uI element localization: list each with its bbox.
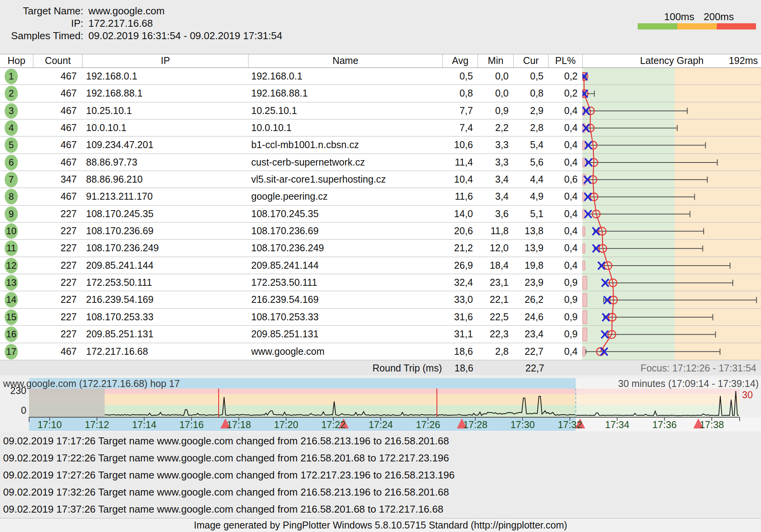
min-cell: 2,2 — [478, 119, 513, 136]
hop-number-badge: 17 — [5, 344, 18, 359]
hop-number-badge: 3 — [5, 103, 18, 119]
cur-cell: 13,8 — [513, 223, 548, 239]
time-axis-label: 17:18 — [221, 419, 256, 430]
hop-cell: 17 — [0, 343, 33, 360]
table-row-hop-7[interactable]: 734788.86.96.210vl5.sit-ar-core1.superho… — [0, 171, 761, 188]
hop-cell: 13 — [0, 274, 33, 291]
table-row-hop-2[interactable]: 2467192.168.88.1192.168.88.10,80,00,80,2 — [0, 85, 761, 102]
table-row-hop-3[interactable]: 346710.25.10.110.25.10.17,70,92,90,4 — [0, 102, 761, 119]
packet-loss-cell: 0,9 — [548, 326, 582, 342]
name-cell: 108.170.253.33 — [248, 309, 442, 325]
table-row-hop-1[interactable]: 1467192.168.0.1192.168.0.10,50,00,50,2 — [0, 68, 761, 85]
hop-cell: 7 — [0, 171, 33, 188]
table-row-hop-8[interactable]: 846791.213.211.170google.peering.cz11,63… — [0, 188, 761, 205]
table-row-hop-14[interactable]: 14227216.239.54.169216.239.54.16933,022,… — [0, 291, 761, 308]
table-row-hop-4[interactable]: 446710.0.10.110.0.10.17,42,22,80,4 — [0, 119, 761, 136]
samples-timed-value: 09.02.2019 16:31:54 - 09.02.2019 17:31:5… — [88, 29, 282, 42]
table-row-hop-13[interactable]: 13227172.253.50.111172.253.50.11132,423,… — [0, 274, 761, 291]
ip-value: 172.217.16.68 — [88, 17, 153, 29]
avg-cell: 20,6 — [442, 223, 478, 239]
table-row-hop-11[interactable]: 11227108.170.236.249108.170.236.24921,21… — [0, 240, 761, 257]
packet-loss-cell: 0,6 — [548, 171, 582, 188]
latency-scale-legend: 100ms 200ms — [620, 0, 761, 39]
table-row-hop-15[interactable]: 15227108.170.253.33108.170.253.3331,622,… — [0, 309, 761, 326]
count-cell: 467 — [33, 136, 82, 153]
column-header-ip[interactable]: IP — [82, 54, 248, 67]
column-header-hop[interactable]: Hop — [0, 54, 33, 67]
name-cell: 192.168.88.1 — [248, 85, 442, 102]
round-trip-row: Round Trip (ms) 18,6 22,7 Focus: 17:12:2… — [0, 360, 761, 376]
name-cell: b1-ccl-mb1001.n.cbsn.cz — [248, 136, 442, 153]
timeline-y-right-label: 30 — [742, 389, 753, 401]
packet-loss-cell: 0,4 — [548, 240, 582, 256]
time-axis-label: 17:20 — [269, 419, 304, 430]
column-header-cur[interactable]: Cur — [513, 54, 548, 67]
count-cell: 467 — [33, 119, 82, 136]
column-header-avg[interactable]: Avg — [442, 54, 478, 67]
table-row-hop-12[interactable]: 12227209.85.241.144209.85.241.14426,918,… — [0, 257, 761, 274]
hop-number-badge: 8 — [5, 189, 18, 204]
column-header-name[interactable]: Name — [248, 54, 442, 67]
hop-number-badge: 16 — [5, 326, 18, 342]
cur-cell: 23,9 — [513, 274, 548, 291]
packet-loss-cell: 0,4 — [548, 102, 582, 119]
table-row-hop-16[interactable]: 16227209.85.251.131209.85.251.13131,122,… — [0, 326, 761, 343]
timeline-graph[interactable]: www.google.com (172.217.16.68) hop 17 30… — [0, 375, 761, 432]
name-cell: vl5.sit-ar-core1.superhosting.cz — [248, 171, 442, 188]
cur-cell: 0,5 — [513, 68, 548, 85]
table-row-hop-5[interactable]: 5467109.234.47.201b1-ccl-mb1001.n.cbsn.c… — [0, 136, 761, 154]
name-cell: google.peering.cz — [248, 188, 442, 205]
time-axis-label: 17:38 — [694, 419, 729, 430]
packet-loss-cell: 0,4 — [548, 206, 582, 222]
ip-cell: 216.239.54.169 — [82, 291, 248, 308]
column-header-count[interactable]: Count — [33, 54, 82, 67]
packet-loss-cell: 0,2 — [548, 85, 582, 102]
avg-cell: 7,7 — [442, 102, 478, 119]
cur-cell: 13,9 — [513, 240, 548, 256]
table-row-hop-17[interactable]: 17467172.217.16.68www.google.com18,62,82… — [0, 343, 761, 360]
table-row-hop-9[interactable]: 9227108.170.245.35108.170.245.3514,03,65… — [0, 206, 761, 223]
event-log-line: 09.02.2019 17:32:26 Target name www.goog… — [3, 484, 449, 501]
samples-timed-label: Samples Timed: — [0, 29, 83, 42]
cur-cell: 2,8 — [513, 119, 548, 136]
ip-cell: 209.85.241.144 — [82, 257, 248, 274]
column-header-min[interactable]: Min — [478, 54, 513, 67]
time-axis-label: 17:36 — [647, 419, 682, 430]
hop-cell: 5 — [0, 136, 33, 153]
min-cell: 22,3 — [478, 326, 513, 342]
min-cell: 18,4 — [478, 257, 513, 274]
hop-number-badge: 12 — [5, 258, 18, 273]
count-cell: 227 — [33, 206, 82, 222]
avg-cell: 31,6 — [442, 309, 478, 325]
hop-number-badge: 11 — [5, 240, 18, 256]
outside-focus-overlay — [576, 389, 740, 417]
ip-cell: 10.25.10.1 — [82, 102, 248, 119]
count-cell: 227 — [33, 274, 82, 291]
hop-cell: 12 — [0, 257, 33, 274]
timeline-title: www.google.com (172.217.16.68) hop 17 — [3, 378, 180, 389]
min-cell: 2,8 — [478, 343, 513, 360]
time-axis-label: 17:34 — [600, 419, 635, 430]
count-cell: 227 — [33, 223, 82, 239]
table-row-hop-6[interactable]: 646788.86.97.73cust-cerb-supernetwork.cz… — [0, 154, 761, 171]
hop-cell: 14 — [0, 291, 33, 308]
pre-data-overlay — [29, 389, 105, 417]
packet-loss-cell: 0,4 — [548, 136, 582, 153]
cur-cell: 4,4 — [513, 171, 548, 188]
count-cell: 467 — [33, 154, 82, 171]
event-log: 09.02.2019 17:17:26 Target name www.goog… — [0, 432, 761, 518]
ip-cell: 10.0.10.1 — [82, 119, 248, 136]
cur-cell: 5,4 — [513, 136, 548, 153]
table-row-hop-10[interactable]: 10227108.170.236.69108.170.236.6920,611,… — [0, 223, 761, 240]
column-header-pl[interactable]: PL% — [548, 54, 582, 67]
column-header-latency-graph[interactable]: Latency Graph192ms — [582, 54, 761, 67]
cur-cell: 5,1 — [513, 206, 548, 222]
packet-loss-cell: 0,9 — [548, 309, 582, 325]
table-body: 1467192.168.0.1192.168.0.10,50,00,50,224… — [0, 68, 761, 360]
cur-cell: 24,6 — [513, 309, 548, 325]
avg-cell: 33,0 — [442, 291, 478, 308]
hop-number-badge: 13 — [5, 275, 18, 290]
min-cell: 22,5 — [478, 309, 513, 325]
packet-loss-cell: 0,4 — [548, 188, 582, 205]
hop-cell: 9 — [0, 206, 33, 222]
